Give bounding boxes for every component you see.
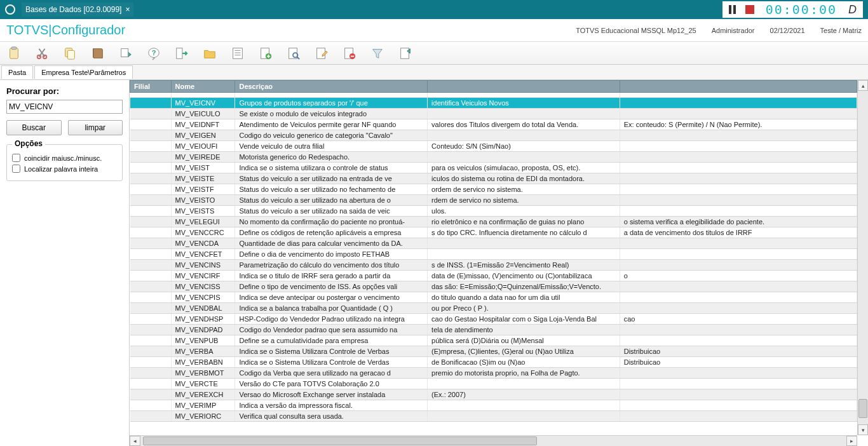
col-header-5[interactable] (620, 81, 857, 93)
delete-icon[interactable] (342, 46, 357, 61)
app-menu-icon[interactable] (5, 4, 15, 15)
table-row[interactable]: MV_VEIOUFIVende veiculo de outra filialC… (130, 141, 857, 152)
table-row[interactable]: MV_VENCFETDefine o dia de vencimento do … (130, 249, 857, 260)
table-row[interactable]: MV_VENCPISIndica se deve antecipar ou po… (130, 292, 857, 303)
svg-line-18 (297, 57, 300, 59)
document-tab[interactable]: Bases de Dados [02.9.0099] × (22, 3, 133, 17)
cell-c4 (428, 411, 620, 422)
col-header-nome[interactable]: Nome (171, 81, 235, 93)
col-header-4[interactable] (428, 81, 620, 93)
cell-filial (130, 292, 172, 303)
cell-c5 (620, 400, 857, 411)
flag-icon[interactable]: D (848, 3, 857, 17)
table-row[interactable]: MV_VEISTIndica se o sistema utilizara o … (130, 163, 857, 173)
folder-icon[interactable] (202, 46, 217, 61)
cell-c4: de Bonificacao (S)im ou (N)ao (428, 357, 620, 368)
exit-icon[interactable] (174, 46, 189, 61)
breadcrumb-path[interactable]: Empresa Teste\Parâmetros (34, 65, 133, 79)
cell-nome: MV_VEIST (171, 163, 235, 173)
export-icon[interactable] (398, 46, 413, 61)
table-row[interactable]: MV_VENDPADCodigo do Vendedor padrao que … (130, 325, 857, 335)
table-row[interactable]: MV_VENCISSDefine o tipo de vencimento de… (130, 281, 857, 292)
data-grid[interactable]: Filial Nome Descriçao MV_VEICNVGrupos de… (130, 80, 857, 422)
table-row[interactable]: MV_VENDBALIndica se a balanca trabalha p… (130, 303, 857, 314)
table-row[interactable]: MV_VELEGUINo momento da confirmação do p… (130, 217, 857, 227)
cell-nome: MV_VEIDNFT (171, 119, 235, 130)
cell-nome: MV_VENCISS (171, 281, 235, 292)
table-row[interactable]: MV_VENCINSParametrização do cálculo do v… (130, 260, 857, 271)
paste-icon[interactable] (6, 46, 22, 61)
cell-desc: Indica se o Sistema Utilizara Controle d… (235, 357, 428, 368)
table-row[interactable]: MV_VERCTEVersão do CTe para TOTVS Colabo… (130, 379, 857, 389)
table-row[interactable]: MV_VERIORCVerifica qual consulta sera us… (130, 411, 857, 422)
table-row[interactable]: MV_VEISTEStatus do veiculo a ser utiliza… (130, 173, 857, 184)
edit-icon[interactable] (314, 46, 329, 61)
chk-case-input[interactable] (12, 154, 20, 162)
chk-whole-word[interactable]: Localizar palavra inteira (12, 165, 117, 173)
cell-c5 (620, 411, 857, 422)
add-icon[interactable] (258, 46, 273, 61)
buscar-button[interactable]: Buscar (6, 120, 62, 135)
book-icon[interactable] (90, 46, 105, 61)
spool-icon[interactable] (118, 46, 133, 61)
pause-icon[interactable] (729, 5, 739, 14)
table-row[interactable]: MV_VENDHSPHSP-Codigo do Vendedor Padrao … (130, 314, 857, 325)
scroll-up-icon[interactable]: ▴ (858, 80, 868, 91)
svg-rect-22 (401, 48, 409, 58)
cell-c5 (620, 206, 857, 217)
stop-icon[interactable] (745, 5, 754, 14)
horizontal-scrollbar[interactable]: ◂ ▸ (130, 435, 857, 446)
cell-nome: MV_VERIORC (171, 411, 235, 422)
cell-filial (130, 184, 172, 195)
table-row[interactable]: MV_VEISTFStatus do veiculo a ser utiliza… (130, 184, 857, 195)
breadcrumb-root[interactable]: Pasta (1, 65, 33, 79)
hscroll-thumb[interactable] (143, 436, 537, 445)
table-row[interactable]: MV_VEREXCHVersao do Microsoft Exchange s… (130, 389, 857, 400)
table-row[interactable]: MV_VENPUBDefine se a cumulatividade para… (130, 335, 857, 346)
vscroll-thumb[interactable] (858, 399, 867, 418)
cell-c4: tela de atendimento (428, 325, 620, 335)
table-row[interactable]: MV_VEICNVGrupos de produtos separados po… (130, 98, 857, 109)
table-row[interactable]: MV_VEICULOSe existe o modulo de veiculos… (130, 109, 857, 119)
limpar-button[interactable]: limpar (68, 120, 123, 135)
vertical-scrollbar[interactable]: ▴ ▾ (857, 80, 868, 435)
chk-whole-word-input[interactable] (12, 165, 20, 173)
table-row[interactable]: MV_VEIREDEMotorista generico do Redespac… (130, 152, 857, 163)
cell-c5: o (620, 271, 857, 281)
table-row[interactable]: MV_VEISTSStatus do veiculo a ser utiliza… (130, 206, 857, 217)
cell-desc: Define o tipo de vencimento de ISS. As o… (235, 281, 428, 292)
cell-c4: s de INSS. (1=Emissão 2=Vencimento Real) (428, 260, 620, 271)
table-row[interactable]: MV_VENCIRFIndica se o titulo de IRRF ser… (130, 271, 857, 281)
chk-case[interactable]: coincidir maiusc./minusc. (12, 154, 117, 162)
search-input[interactable] (6, 100, 123, 114)
table-row[interactable]: MV_VENCCRCDefine os códigos de retenção … (130, 227, 857, 238)
scroll-left-icon[interactable]: ◂ (130, 436, 140, 446)
cell-filial (130, 141, 172, 152)
copy-icon[interactable] (62, 46, 78, 61)
scroll-right-icon[interactable]: ▸ (846, 436, 857, 446)
col-header-filial[interactable]: Filial (130, 81, 172, 93)
cell-desc: Indica se deve antecipar ou postergar o … (235, 292, 428, 303)
table-row[interactable]: MV_VEIGENCodigo do veiculo generico de c… (130, 130, 857, 141)
table-row[interactable]: MV_VERBABNIndica se o Sistema Utilizara … (130, 357, 857, 368)
list-icon[interactable] (230, 46, 245, 61)
table-row[interactable]: MV_VEIDNFTAtendimento de Veiculos permit… (130, 119, 857, 130)
cell-c4 (428, 109, 620, 119)
filter-icon[interactable] (370, 46, 385, 61)
col-header-descricao[interactable]: Descriçao (235, 81, 428, 93)
cut-icon[interactable] (34, 46, 50, 61)
cell-nome: MV_VERIMP (171, 400, 235, 411)
table-row[interactable]: MV_VERBMOTCodigo da Verba que sera utili… (130, 368, 857, 379)
cell-c4: (E)mpresa, (C)lientes, (G)eral ou (N)ao … (428, 346, 620, 357)
close-icon[interactable]: × (125, 5, 130, 14)
cell-c4 (428, 249, 620, 260)
table-row[interactable]: MV_VERIMPIndica a versão da impressora f… (130, 400, 857, 411)
scroll-down-icon[interactable]: ▾ (858, 424, 868, 435)
help-icon[interactable]: ? (146, 46, 161, 61)
table-row[interactable]: MV_VEISTOStatus do veiculo a ser utiliza… (130, 195, 857, 206)
timer-panel: 00:00:00 D (722, 1, 863, 18)
cell-desc: Status do veiculo a ser utilizado na abe… (235, 195, 428, 206)
table-row[interactable]: MV_VENCDAQuantidade de dias para calcula… (130, 238, 857, 249)
table-row[interactable]: MV_VERBAIndica se o Sistema Utilizara Co… (130, 346, 857, 357)
search-icon[interactable] (286, 46, 301, 61)
